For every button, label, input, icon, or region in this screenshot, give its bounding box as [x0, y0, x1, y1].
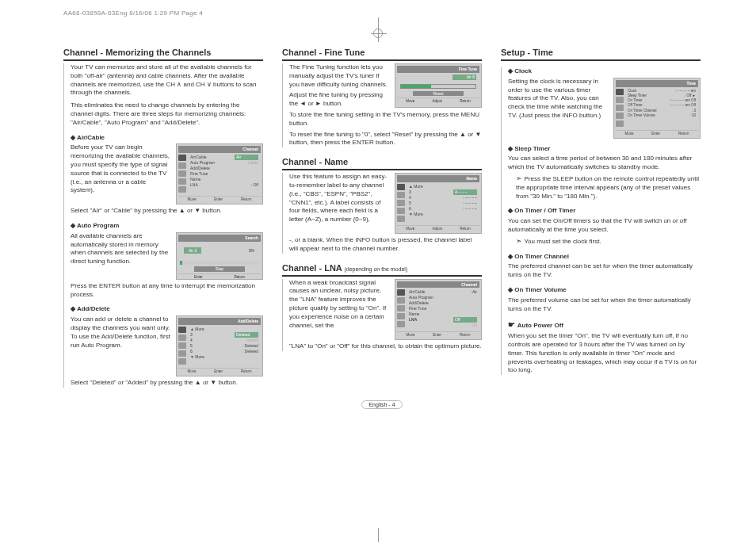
paragraph: Before your TV can begin memorizing the … [71, 143, 171, 195]
section-body: Your TV can memorize and store all of th… [63, 63, 263, 388]
menu-icon [178, 342, 186, 349]
paragraph: The Fine Tuning function lets you manual… [289, 63, 390, 89]
osd-finetune: Fine Tune Air 8 Reset MoveAdjustReturn [395, 63, 482, 108]
menu-icon [178, 186, 186, 193]
heading: Channel - Name [282, 157, 482, 170]
paragraph: You can set the On/Off timers so that th… [508, 217, 701, 235]
stop-button: Stop [194, 266, 245, 272]
note: You must set the clock first. [508, 236, 701, 247]
paragraph: The preferred channel can be set for whe… [508, 262, 701, 280]
tv-icon [178, 327, 186, 333]
subheading-autoprogram: Auto Program [71, 222, 263, 231]
paragraph: You can select a time period of between … [508, 155, 701, 172]
heading: Channel - Memorizing the Channels [63, 48, 263, 61]
paragraph: "LNA" to "On" or "Off" for this channel,… [289, 342, 482, 351]
osd-title: Add/Delete [178, 318, 261, 325]
heading: Setup - Time [501, 48, 701, 61]
paragraph: To reset the fine tuning to "0", select … [289, 131, 482, 148]
register-mark [373, 29, 383, 38]
paragraph: Your TV can memorize and store all of th… [71, 63, 263, 97]
paragraph: Select "Air" or "Cable" by pressing the … [71, 207, 263, 216]
column-1: Channel - Memorizing the Channels Your T… [63, 48, 263, 388]
section-time: Setup - Time Clock Setting the clock is … [501, 48, 701, 375]
paragraph: This eliminates the need to change chann… [71, 101, 263, 127]
print-slug: AA68-03858A-03Eng 8/16/06 1:29 PM Page 4 [63, 10, 203, 17]
subheading-timerchannel: On Timer Channel [508, 253, 701, 262]
note: Press the SLEEP button on the remote con… [508, 174, 701, 201]
tv-icon [178, 155, 186, 161]
osd-name: Name ▲ More 3A – – – 4: – – – – 5: – – –… [395, 173, 482, 234]
osd-adddelete: Add/Delete ▲ More 3Deleted 4: Added 5: D… [176, 315, 263, 376]
column-2: Channel - Fine Tune The Fine Tuning func… [282, 48, 482, 388]
menu-icon [178, 358, 186, 365]
column-3: Setup - Time Clock Setting the clock is … [501, 48, 701, 388]
heading: Channel - LNA (depending on the model) [282, 263, 482, 277]
paragraph: Select "Deleted" or "Added" by pressing … [71, 379, 263, 388]
menu-icon [178, 170, 186, 177]
paragraph: -, or a blank. When the INFO button is p… [289, 236, 482, 254]
paragraph: You can add or delete a channel to displ… [71, 315, 171, 350]
section-name: Channel - Name Use this feature to assig… [282, 157, 482, 253]
paragraph: Setting the clock is necessary in order … [508, 78, 609, 120]
tv-icon [397, 184, 405, 190]
osd-title: Channel [178, 146, 261, 153]
osd-channel-menu: Channel Air/CableAir Auto ProgramCable A… [176, 143, 263, 204]
paragraph: Adjust the fine tuning by pressing the ◄… [289, 91, 390, 109]
crop-mark [378, 528, 379, 542]
page-content: Channel - Memorizing the Channels Your T… [63, 48, 701, 388]
subheading-timervolume: On Timer Volume [508, 286, 701, 295]
osd-time: Time Clock: – – : – – am Sleep Timer: Of… [613, 78, 701, 139]
paragraph: All available channels are automatically… [71, 232, 171, 266]
osd-search: Search Air 3 3% Stop EnterReturn [176, 232, 263, 280]
paragraph: When a weak broadcast signal causes an u… [289, 279, 390, 331]
progress-bar [180, 261, 259, 265]
paragraph: Use this feature to assign an easy-to-re… [289, 173, 390, 224]
paragraph: The preferred volume can be set for when… [508, 296, 701, 314]
tune-bar [400, 84, 476, 89]
subheading-autopower: Auto Power Off [508, 319, 701, 331]
subheading-aircable: Air/Cable [71, 134, 263, 143]
subheading-adddelete: Add/Delete [71, 305, 263, 314]
paragraph: When you set the timer "On", the TV will… [508, 332, 701, 375]
page-number: English - 4 [63, 402, 701, 407]
section-memorizing: Channel - Memorizing the Channels Your T… [63, 48, 263, 388]
tv-icon [616, 89, 624, 95]
heading: Channel - Fine Tune [282, 48, 482, 61]
subheading-onoff: On Timer / Off Timer [508, 207, 701, 216]
subheading-sleep: Sleep Timer [508, 145, 701, 154]
section-finetune: Channel - Fine Tune The Fine Tuning func… [282, 48, 482, 147]
osd-title: Fine Tune [397, 66, 479, 73]
subheading-clock: Clock [508, 67, 701, 76]
osd-title: Search [178, 235, 261, 242]
paragraph: Press the ENTER button at any time to in… [71, 282, 263, 300]
tv-icon [397, 289, 405, 296]
menu-icon [178, 350, 186, 357]
paragraph: To store the fine tuning setting in the … [289, 111, 482, 128]
menu-icon [178, 178, 186, 185]
section-lna: Channel - LNA (depending on the model) W… [282, 263, 482, 352]
menu-icon [178, 162, 186, 169]
osd-lna: Channel Air/Cable: Air Auto Program Add/… [395, 279, 482, 341]
menu-icon [178, 334, 186, 341]
